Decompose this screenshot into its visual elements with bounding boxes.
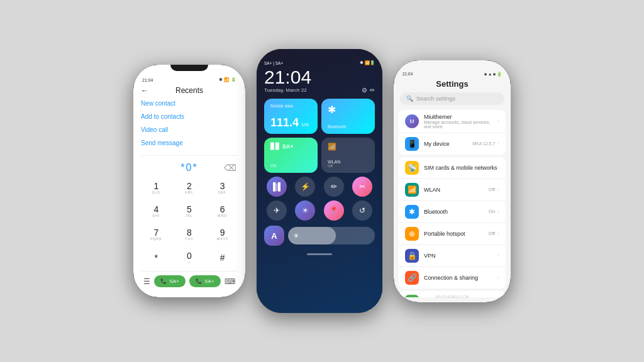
statusbar-2: SA+ | SA+ ✱ 📶🔋 xyxy=(264,60,375,65)
control-center-grid: Mobile data 111.4 MB ✱ Bluetooth xyxy=(264,99,375,173)
settings-item-hotspot[interactable]: ⊕ Portable hotspot Off › xyxy=(399,223,506,245)
statusbar-1: 21:04 ✱ 📶 🔋 xyxy=(141,77,238,82)
mobile-data-label: Mobile data xyxy=(270,104,311,108)
dial-key-7[interactable]: 7 PQRS xyxy=(141,224,172,245)
media-row: A ☀ xyxy=(264,226,375,246)
phone-recents: 21:04 ✱ 📶 🔋 ← Recents New contact Add to… xyxy=(133,65,245,297)
back-arrow-icon[interactable]: ← xyxy=(141,86,148,95)
settings-title: Settings xyxy=(394,79,511,89)
connection-name: Connection & sharing xyxy=(424,275,497,281)
sa-sublabel: On xyxy=(270,163,311,168)
sim-name: SIM cards & mobile networks xyxy=(424,165,497,171)
dial-key-0[interactable]: 0 + xyxy=(174,248,205,268)
date-label: Tuesday, March 22 xyxy=(264,87,307,93)
scissors-button[interactable]: ✂ xyxy=(352,177,372,197)
sa-value: SA+ xyxy=(282,143,294,150)
add-to-contacts-link[interactable]: Add to contacts xyxy=(141,113,238,120)
mobile-data-value: 111.4 xyxy=(270,116,299,129)
home-bar[interactable] xyxy=(307,253,332,255)
status-icons-2: ✱ 📶🔋 xyxy=(360,60,375,65)
dial-key-2[interactable]: 2 ABC xyxy=(174,177,205,198)
dial-key-4[interactable]: 4 GHI xyxy=(141,200,172,221)
flashlight-button[interactable]: ⚡ xyxy=(295,177,315,197)
mydevice-right: MIUI 12.5.7 › xyxy=(472,141,499,146)
call-button-1[interactable]: 📞 SA+ xyxy=(154,275,185,287)
brightness-slider[interactable]: ☀ xyxy=(288,227,375,244)
chevron-icon-7: › xyxy=(497,275,499,280)
settings-gear-icon[interactable]: ⚙ xyxy=(362,87,367,94)
miuithemer-name: Miuithemer xyxy=(424,114,497,120)
dial-key-8[interactable]: 8 TUV xyxy=(174,224,205,245)
delete-button[interactable]: ⌫ xyxy=(224,163,238,173)
settings-item-bluetooth[interactable]: ✱ Bluetooth On › xyxy=(399,201,506,223)
miui-version-badge: MIUI 12.5.7 xyxy=(472,141,495,146)
send-message-link[interactable]: Send message xyxy=(141,140,238,146)
dialpad-icon[interactable]: ⌨ xyxy=(225,277,235,286)
status-time-1: 21:04 xyxy=(142,78,153,82)
dial-key-6[interactable]: 6 MNO xyxy=(207,200,238,221)
sim-icon: 📡 xyxy=(405,161,419,175)
clock-time: 21:04 xyxy=(264,68,375,87)
bluetooth-tile[interactable]: ✱ Bluetooth xyxy=(321,99,375,134)
dial-key-star[interactable]: * xyxy=(141,248,172,268)
brightness-button[interactable]: ☀ xyxy=(295,200,315,221)
dial-key-hash[interactable]: # xyxy=(207,248,238,268)
chevron-icon-2: › xyxy=(497,165,499,170)
chevron-icon-4: › xyxy=(497,209,499,214)
dial-key-5[interactable]: 5 JKL xyxy=(174,200,205,221)
miuithemer-sub: Manage accounts, cloud services, and mor… xyxy=(424,120,497,129)
dial-display: *0* ⌫ xyxy=(141,162,238,173)
chevron-icon-0: › xyxy=(497,118,499,124)
sim-right: › xyxy=(497,165,499,170)
recents-actions: New contact Add to contacts Video call S… xyxy=(141,100,238,146)
menu-icon[interactable]: ☰ xyxy=(143,277,150,286)
edit-icon[interactable]: ✏ xyxy=(370,87,375,94)
settings-section-network: 📡 SIM cards & mobile networks › 📶 WLAN xyxy=(399,157,506,288)
settings-item-vpn[interactable]: 🔒 VPN › xyxy=(399,245,506,267)
mydevice-text: My device xyxy=(424,141,472,147)
mydevice-icon: 📱 xyxy=(405,137,419,151)
quick-icons-row2: ✈ ☀ 📍 ↺ xyxy=(264,200,375,221)
new-contact-link[interactable]: New contact xyxy=(141,100,238,107)
vpn-icon: 🔒 xyxy=(405,249,419,263)
bluetooth-value: On xyxy=(489,209,496,214)
miuithemer-avatar: M xyxy=(405,114,419,128)
mobile-data-unit: MB xyxy=(302,122,309,128)
airplane-button[interactable]: ✈ xyxy=(267,200,287,221)
wlan-right: Off › xyxy=(489,187,499,192)
connection-right: › xyxy=(497,275,499,280)
settings-list: M Miuithemer Manage accounts, cloud serv… xyxy=(394,110,511,297)
vibrate-button[interactable]: ▐|▌ xyxy=(267,177,287,197)
settings-item-miuithemer[interactable]: M Miuithemer Manage accounts, cloud serv… xyxy=(399,110,506,133)
call-button-2[interactable]: 📞 SA+ xyxy=(189,275,220,287)
sim-text: SIM cards & mobile networks xyxy=(424,165,497,171)
wlan-tile[interactable]: 📶 WLAN Off xyxy=(321,138,375,173)
pen-button[interactable]: ✏ xyxy=(324,177,344,197)
brightness-icon: ☀ xyxy=(293,232,299,240)
bottom-bar-1: ☰ 📞 SA+ 📞 SA+ ⌨ xyxy=(141,271,238,291)
status-time-3: 21:04 xyxy=(402,72,413,76)
dial-key-9[interactable]: 9 WXYZ xyxy=(207,224,238,245)
search-bar[interactable]: 🔍 Search settings xyxy=(400,92,504,105)
settings-item-mydevice[interactable]: 📱 My device MIUI 12.5.7 › xyxy=(399,133,506,155)
vpn-right: › xyxy=(497,253,499,258)
rotate-button[interactable]: ↺ xyxy=(352,200,372,221)
video-call-link[interactable]: Video call xyxy=(141,126,238,133)
connection-text: Connection & sharing xyxy=(424,275,497,281)
settings-item-sim[interactable]: 📡 SIM cards & mobile networks › xyxy=(399,157,506,179)
vpn-name: VPN xyxy=(424,253,497,259)
dial-key-3[interactable]: 3 DEF xyxy=(207,177,238,198)
mobile-data-tile[interactable]: Mobile data 111.4 MB xyxy=(264,99,318,134)
wlan-status: Off xyxy=(328,164,369,168)
sa-tile[interactable]: ▊▊ SA+ On xyxy=(264,138,318,173)
vpn-text: VPN xyxy=(424,253,497,259)
settings-item-wlan[interactable]: 📶 WLAN Off › xyxy=(399,179,506,201)
dial-key-1[interactable]: 1 GLD xyxy=(141,177,172,198)
bluetooth-name: Bluetooth xyxy=(424,209,489,215)
settings-section-account: M Miuithemer Manage accounts, cloud serv… xyxy=(399,110,506,155)
a-button[interactable]: A xyxy=(264,226,284,246)
location-button[interactable]: 📍 xyxy=(324,200,344,221)
phone-icon-2: 📞 xyxy=(196,278,202,284)
settings-item-connection[interactable]: 🔗 Connection & sharing › xyxy=(399,267,506,288)
bluetooth-label: Bluetooth xyxy=(328,124,369,129)
